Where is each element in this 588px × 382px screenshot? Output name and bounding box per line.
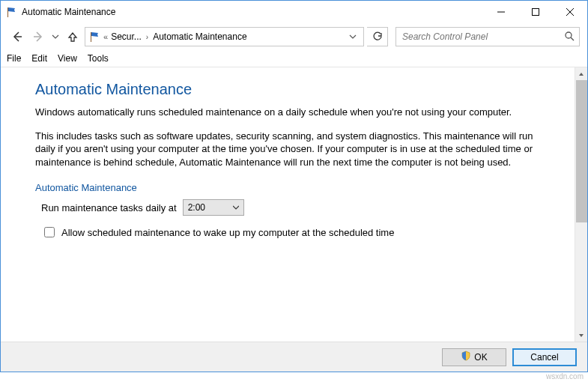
wake-checkbox[interactable]: [44, 227, 55, 237]
vertical-scrollbar[interactable]: [575, 67, 587, 342]
cancel-label: Cancel: [530, 352, 558, 363]
search-box[interactable]: [395, 27, 580, 46]
chevron-down-icon: [233, 202, 239, 213]
up-button[interactable]: [64, 28, 82, 46]
recent-locations-button[interactable]: [50, 28, 61, 46]
control-panel-window: Automatic Maintenance: [0, 0, 588, 372]
breadcrumb-segment[interactable]: Automatic Maintenance: [153, 31, 246, 42]
schedule-row: Run maintenance tasks daily at 2:00: [41, 199, 545, 216]
close-button[interactable]: [553, 1, 587, 23]
cancel-button[interactable]: Cancel: [512, 348, 577, 366]
window-controls: [484, 1, 587, 23]
menu-view[interactable]: View: [58, 53, 77, 64]
menu-tools[interactable]: Tools: [88, 53, 109, 64]
menu-bar: File Edit View Tools: [1, 50, 587, 67]
schedule-label: Run maintenance tasks daily at: [41, 202, 177, 213]
address-dropdown-button[interactable]: [345, 33, 360, 40]
maximize-button[interactable]: [518, 1, 553, 23]
forward-button[interactable]: [29, 28, 47, 46]
titlebar: Automatic Maintenance: [1, 1, 587, 23]
address-flag-icon: [88, 31, 100, 43]
description-2: This includes tasks such as software upd…: [35, 130, 545, 169]
back-button[interactable]: [8, 28, 26, 46]
content: Automatic Maintenance Windows automatica…: [1, 67, 575, 342]
menu-file[interactable]: File: [7, 53, 21, 64]
ok-button[interactable]: OK: [442, 348, 506, 366]
svg-line-9: [571, 37, 574, 40]
schedule-time-value: 2:00: [188, 202, 205, 213]
svg-rect-2: [533, 9, 539, 16]
chevron-left-double-icon: «: [102, 32, 109, 41]
breadcrumb-segment[interactable]: Secur...: [111, 31, 142, 42]
scroll-thumb[interactable]: [576, 80, 587, 222]
content-area: Automatic Maintenance Windows automatica…: [1, 67, 587, 342]
search-icon: [564, 31, 575, 43]
wake-checkbox-row[interactable]: Allow scheduled maintenance to wake up m…: [41, 225, 545, 240]
window-title: Automatic Maintenance: [22, 7, 484, 17]
section-heading: Automatic Maintenance: [35, 182, 545, 195]
description-1: Windows automatically runs scheduled mai…: [35, 106, 545, 119]
control-panel-flag-icon: [5, 6, 17, 18]
wake-checkbox-label: Allow scheduled maintenance to wake up m…: [61, 227, 394, 238]
scroll-up-button[interactable]: [575, 67, 587, 80]
search-input[interactable]: [401, 31, 564, 43]
schedule-time-dropdown[interactable]: 2:00: [183, 199, 244, 216]
minimize-button[interactable]: [484, 1, 518, 23]
svg-rect-7: [91, 32, 91, 42]
page-heading: Automatic Maintenance: [35, 81, 545, 98]
navigation-bar: « Secur... › Automatic Maintenance: [1, 23, 587, 50]
shield-icon: [461, 351, 471, 363]
footer: OK Cancel: [1, 342, 587, 372]
watermark: wsxdn.com: [546, 372, 584, 381]
address-bar[interactable]: « Secur... › Automatic Maintenance: [85, 27, 364, 46]
refresh-button[interactable]: [367, 27, 388, 46]
scroll-down-button[interactable]: [575, 329, 587, 342]
chevron-right-icon: ›: [143, 33, 151, 41]
ok-label: OK: [474, 352, 487, 363]
menu-edit[interactable]: Edit: [31, 53, 47, 64]
svg-point-8: [566, 32, 572, 38]
svg-rect-0: [7, 7, 8, 17]
